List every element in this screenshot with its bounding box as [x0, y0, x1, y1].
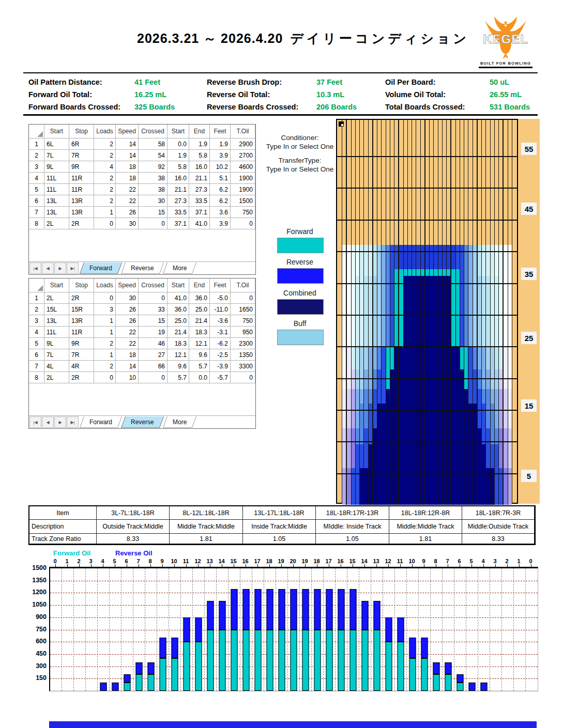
- data-cell[interactable]: 9.6: [189, 349, 210, 361]
- data-cell[interactable]: 21.4: [168, 327, 189, 338]
- next-sheet-button[interactable]: ▶: [54, 262, 66, 274]
- data-cell[interactable]: 2: [94, 138, 116, 150]
- data-cell[interactable]: 1350: [231, 349, 255, 361]
- data-cell[interactable]: 3.9: [210, 218, 231, 229]
- next-sheet-button[interactable]: ▶: [54, 416, 66, 428]
- data-cell[interactable]: 0: [94, 218, 116, 229]
- data-cell[interactable]: 11R: [69, 173, 94, 184]
- data-cell[interactable]: 2: [94, 195, 116, 207]
- data-cell[interactable]: 10: [116, 372, 139, 383]
- data-cell[interactable]: 0: [231, 292, 255, 304]
- data-cell[interactable]: 2: [94, 150, 116, 161]
- data-cell[interactable]: 54: [139, 150, 168, 161]
- data-cell[interactable]: -5.7: [210, 372, 231, 383]
- data-cell[interactable]: 13L: [44, 315, 69, 327]
- data-cell[interactable]: 21.1: [189, 173, 210, 184]
- data-cell[interactable]: 7L: [44, 150, 69, 161]
- row-number[interactable]: 3: [29, 315, 44, 327]
- data-cell[interactable]: 66: [139, 361, 168, 372]
- data-cell[interactable]: 11L: [44, 327, 69, 338]
- data-cell[interactable]: 1: [94, 349, 116, 361]
- data-cell[interactable]: -5.0: [210, 292, 231, 304]
- data-cell[interactable]: 13R: [69, 315, 94, 327]
- data-cell[interactable]: 14: [116, 138, 139, 150]
- data-cell[interactable]: 11R: [69, 184, 94, 195]
- data-cell[interactable]: 12.1: [189, 338, 210, 349]
- column-header[interactable]: Feet: [210, 125, 231, 138]
- data-cell[interactable]: 2: [94, 361, 116, 372]
- data-cell[interactable]: 1.9: [210, 138, 231, 150]
- data-cell[interactable]: 13L: [44, 207, 69, 218]
- data-cell[interactable]: 9L: [44, 161, 69, 173]
- data-cell[interactable]: 4L: [44, 361, 69, 372]
- column-header[interactable]: T.Oil: [231, 278, 255, 292]
- sheet-tab-more[interactable]: More: [163, 262, 196, 274]
- conditioner-value[interactable]: Type In or Select One: [258, 142, 341, 151]
- column-header[interactable]: End: [189, 278, 210, 292]
- data-cell[interactable]: 18: [116, 349, 139, 361]
- column-header[interactable]: Crossed: [139, 278, 168, 292]
- data-cell[interactable]: 14: [116, 150, 139, 161]
- data-cell[interactable]: 18: [116, 161, 139, 173]
- data-cell[interactable]: 37.1: [168, 218, 189, 229]
- data-cell[interactable]: 30: [116, 292, 139, 304]
- data-cell[interactable]: 750: [231, 207, 255, 218]
- data-cell[interactable]: 0: [231, 218, 255, 229]
- first-sheet-button[interactable]: |◀: [29, 262, 41, 274]
- data-cell[interactable]: 2L: [44, 218, 69, 229]
- column-header[interactable]: Stop: [69, 278, 94, 292]
- data-cell[interactable]: 33: [139, 304, 168, 315]
- data-cell[interactable]: 38: [139, 184, 168, 195]
- data-cell[interactable]: 5.7: [189, 361, 210, 372]
- data-cell[interactable]: 1: [94, 327, 116, 338]
- data-cell[interactable]: 41.0: [168, 292, 189, 304]
- data-cell[interactable]: 7R: [69, 150, 94, 161]
- last-sheet-button[interactable]: ▶|: [67, 262, 79, 274]
- data-cell[interactable]: 22: [116, 195, 139, 207]
- data-cell[interactable]: 25.0: [189, 304, 210, 315]
- data-cell[interactable]: 950: [231, 327, 255, 338]
- data-cell[interactable]: 1900: [231, 184, 255, 195]
- row-number[interactable]: 1: [29, 138, 44, 150]
- sheet-tab-more[interactable]: More: [163, 416, 196, 428]
- column-header[interactable]: Crossed: [139, 125, 168, 138]
- data-cell[interactable]: 22: [116, 327, 139, 338]
- row-number[interactable]: 4: [29, 327, 44, 338]
- data-cell[interactable]: 1500: [231, 195, 255, 207]
- data-cell[interactable]: -3.6: [210, 315, 231, 327]
- data-cell[interactable]: 2R: [69, 292, 94, 304]
- data-cell[interactable]: 46: [139, 338, 168, 349]
- data-cell[interactable]: 6L: [44, 138, 69, 150]
- data-cell[interactable]: 33.5: [168, 207, 189, 218]
- data-cell[interactable]: 2: [94, 338, 116, 349]
- data-cell[interactable]: 5.8: [168, 161, 189, 173]
- data-cell[interactable]: -6.2: [210, 338, 231, 349]
- data-cell[interactable]: 36.0: [168, 304, 189, 315]
- data-cell[interactable]: 21.4: [189, 315, 210, 327]
- data-cell[interactable]: 38: [139, 173, 168, 184]
- data-cell[interactable]: 16.0: [189, 161, 210, 173]
- data-cell[interactable]: 41.0: [189, 218, 210, 229]
- column-header[interactable]: Start: [168, 278, 189, 292]
- data-cell[interactable]: 21.1: [168, 184, 189, 195]
- data-cell[interactable]: 2700: [231, 150, 255, 161]
- data-cell[interactable]: 18.3: [189, 327, 210, 338]
- row-number[interactable]: 1: [29, 292, 44, 304]
- data-cell[interactable]: 6.2: [210, 184, 231, 195]
- data-cell[interactable]: 2900: [231, 138, 255, 150]
- data-cell[interactable]: 6R: [69, 138, 94, 150]
- column-header[interactable]: Speed: [116, 125, 139, 138]
- prev-sheet-button[interactable]: ◀: [42, 416, 54, 428]
- data-cell[interactable]: 0.0: [168, 138, 189, 150]
- data-cell[interactable]: 27: [139, 349, 168, 361]
- first-sheet-button[interactable]: |◀: [29, 416, 41, 428]
- row-number[interactable]: 8: [29, 218, 44, 229]
- data-cell[interactable]: 3: [94, 304, 116, 315]
- data-cell[interactable]: 15: [139, 207, 168, 218]
- data-cell[interactable]: 9R: [69, 338, 94, 349]
- data-cell[interactable]: 3.9: [210, 150, 231, 161]
- data-cell[interactable]: 9.6: [168, 361, 189, 372]
- data-cell[interactable]: 25.0: [168, 315, 189, 327]
- row-number[interactable]: 7: [29, 361, 44, 372]
- sheet-tab-forward[interactable]: Forward: [80, 416, 122, 428]
